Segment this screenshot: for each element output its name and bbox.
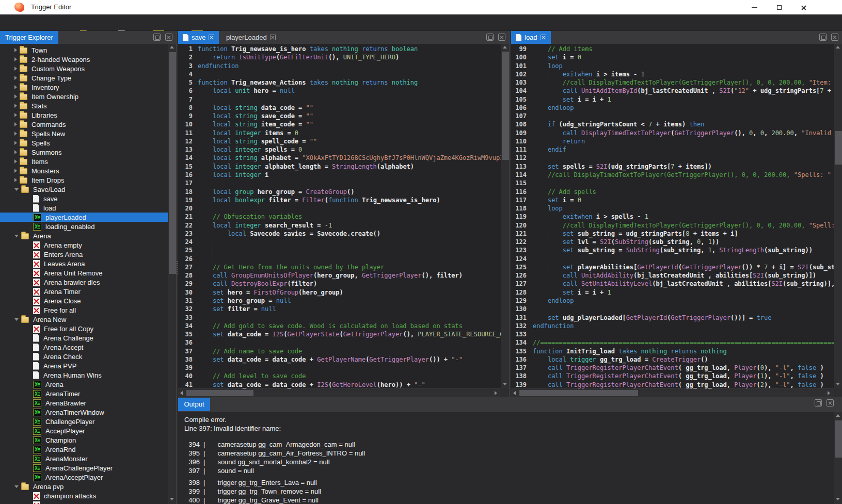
- tab-save[interactable]: save: [178, 31, 219, 44]
- tab-playerloaded[interactable]: playerLoaded: [221, 31, 280, 44]
- tree-item[interactable]: playerLoaded: [0, 213, 168, 222]
- tree-item[interactable]: Arena Close: [0, 296, 168, 305]
- close-panel-icon[interactable]: [498, 34, 505, 41]
- tree-item[interactable]: Inventory: [0, 83, 168, 92]
- tree-item[interactable]: Arena New: [0, 315, 168, 324]
- maximize-button[interactable]: [767, 0, 791, 14]
- tree-item[interactable]: ArenaBrawler: [0, 398, 168, 408]
- close-button[interactable]: [791, 0, 816, 14]
- tree-item[interactable]: Summons: [0, 148, 168, 157]
- scroll-thumb[interactable]: [835, 131, 842, 165]
- tree-item[interactable]: Custom Weapons: [0, 64, 168, 73]
- code-area[interactable]: function Trig_newsave_is_hero takes noth…: [198, 44, 501, 388]
- tree-item[interactable]: Item Ownership: [0, 92, 168, 101]
- scroll-right-icon[interactable]: [495, 391, 497, 395]
- editor-vscrollbar[interactable]: [834, 44, 842, 388]
- tree-item[interactable]: Arena: [0, 231, 168, 240]
- scroll-down-icon[interactable]: [836, 498, 840, 500]
- collapse-arrow-icon[interactable]: [14, 188, 19, 191]
- tree-item[interactable]: Arena brawler dies: [0, 278, 168, 287]
- scroll-down-icon[interactable]: [503, 383, 507, 385]
- tree-item[interactable]: ArenaTimerWindow: [0, 408, 168, 417]
- tree-item[interactable]: ArenaTimer: [0, 389, 168, 398]
- expand-arrow-icon[interactable]: [14, 57, 17, 61]
- tree-item[interactable]: ArenaRnd: [0, 445, 168, 454]
- minimize-button[interactable]: [742, 0, 767, 14]
- collapse-arrow-icon[interactable]: [14, 485, 19, 488]
- editor-vscrollbar[interactable]: [501, 44, 509, 388]
- tree-item[interactable]: Monsters: [0, 166, 168, 175]
- tree-item[interactable]: Town: [0, 45, 168, 55]
- tree-item[interactable]: Enters Arena: [0, 250, 168, 259]
- collapse-arrow-icon[interactable]: [14, 318, 19, 321]
- tree-item[interactable]: Spells: [0, 138, 168, 148]
- scroll-thumb[interactable]: [835, 420, 842, 458]
- expand-arrow-icon[interactable]: [14, 159, 17, 164]
- output-vscrollbar[interactable]: [834, 412, 842, 504]
- float-panel-icon[interactable]: [486, 34, 494, 41]
- tree-item[interactable]: Libraries: [0, 110, 168, 120]
- scroll-left-icon[interactable]: [513, 391, 516, 395]
- expand-arrow-icon[interactable]: [14, 104, 17, 108]
- tree-item[interactable]: ArenaChallengePlayer: [0, 463, 168, 473]
- tree-item[interactable]: ChallengePlayer: [0, 417, 168, 426]
- tree-item[interactable]: Free for all Copy: [0, 324, 168, 333]
- tree-item[interactable]: loading_enabled: [0, 222, 168, 231]
- scroll-up-icon[interactable]: [503, 46, 507, 48]
- tree-item[interactable]: Change Type: [0, 73, 168, 83]
- tree-item[interactable]: Arena PVP: [0, 361, 168, 370]
- scroll-up-icon[interactable]: [836, 46, 840, 48]
- output-console[interactable]: Compile error. Line 397: Invalid identif…: [178, 412, 834, 504]
- tree-item[interactable]: Spells New: [0, 129, 168, 138]
- expand-arrow-icon[interactable]: [14, 141, 17, 145]
- tree-item[interactable]: ArenaAcceptPlayer: [0, 473, 168, 482]
- editor-hscrollbar[interactable]: [178, 388, 501, 397]
- code-area[interactable]: // Add items set i = 0 loop exitwhen i >…: [533, 44, 834, 388]
- explorer-title-tab[interactable]: Trigger Explorer: [0, 31, 58, 44]
- tree-item[interactable]: load: [0, 203, 168, 213]
- scroll-up-icon[interactable]: [170, 46, 174, 48]
- scroll-down-icon[interactable]: [170, 498, 174, 500]
- trigger-tree[interactable]: Town2-handed WeaponsCustom WeaponsChange…: [0, 44, 168, 504]
- tree-item[interactable]: Item Drops: [0, 175, 168, 185]
- expand-arrow-icon[interactable]: [14, 132, 17, 136]
- expand-arrow-icon[interactable]: [14, 48, 17, 52]
- code-editor-load[interactable]: 9910010110210310410510610710810911011111…: [511, 44, 834, 388]
- tree-scroll-thumb[interactable]: [169, 52, 176, 274]
- tree-item[interactable]: ArenaMonster: [0, 454, 168, 463]
- expand-arrow-icon[interactable]: [14, 169, 17, 173]
- expand-arrow-icon[interactable]: [14, 178, 17, 182]
- scroll-right-icon[interactable]: [828, 391, 830, 395]
- expand-arrow-icon[interactable]: [14, 150, 17, 154]
- tree-item[interactable]: Arena Challenge: [0, 333, 168, 343]
- close-panel-icon[interactable]: [165, 34, 172, 41]
- tree-item[interactable]: Stats: [0, 101, 168, 110]
- close-tab-icon[interactable]: [209, 35, 214, 40]
- tree-item[interactable]: [0, 500, 168, 504]
- float-panel-icon[interactable]: [819, 34, 827, 41]
- tree-item[interactable]: champion attacks: [0, 491, 168, 500]
- tree-item[interactable]: Free for all: [0, 305, 168, 315]
- expand-arrow-icon[interactable]: [14, 76, 17, 80]
- scroll-thumb[interactable]: [186, 390, 253, 396]
- tab-output[interactable]: Output: [178, 398, 210, 411]
- scroll-down-icon[interactable]: [836, 383, 840, 385]
- tree-item[interactable]: Save/Load: [0, 185, 168, 194]
- tree-item[interactable]: Items: [0, 157, 168, 166]
- close-tab-icon[interactable]: [270, 35, 276, 40]
- collapse-arrow-icon[interactable]: [14, 235, 19, 237]
- editor-hscrollbar[interactable]: [511, 388, 834, 397]
- tree-item[interactable]: Arena: [0, 380, 168, 389]
- tree-item[interactable]: Arena empty: [0, 240, 168, 250]
- float-panel-icon[interactable]: [153, 34, 161, 41]
- tree-item[interactable]: Arena Check: [0, 352, 168, 361]
- expand-arrow-icon[interactable]: [14, 113, 17, 117]
- tree-item[interactable]: Arena Unit Remove: [0, 268, 168, 278]
- code-editor-save[interactable]: 1234567891011121314151617181920212223242…: [178, 44, 501, 388]
- expand-arrow-icon[interactable]: [14, 85, 17, 89]
- scroll-thumb[interactable]: [502, 52, 509, 160]
- tree-item[interactable]: Champion: [0, 435, 168, 445]
- tree-item[interactable]: 2-handed Weapons: [0, 55, 168, 64]
- tree-item[interactable]: Leaves Arena: [0, 259, 168, 268]
- tree-item[interactable]: Commands: [0, 120, 168, 129]
